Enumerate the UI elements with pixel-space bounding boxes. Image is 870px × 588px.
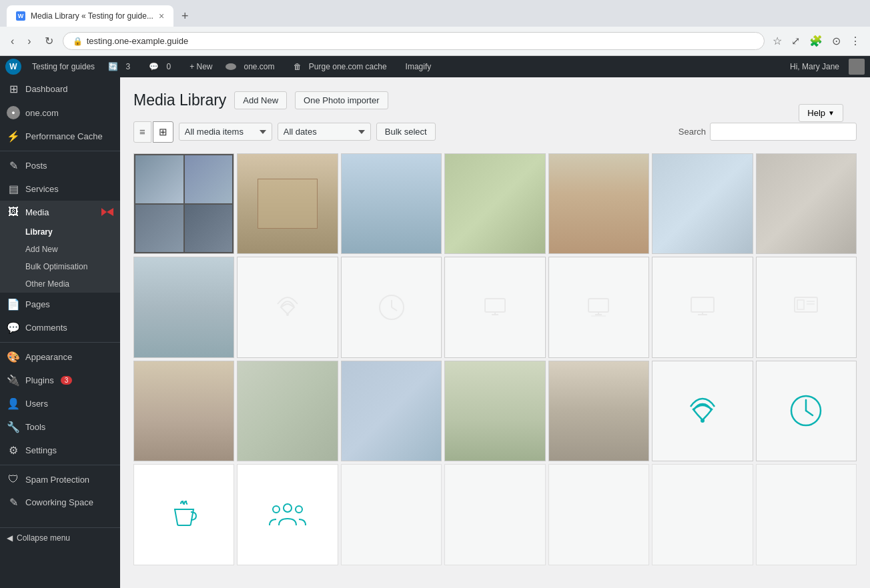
media-item-21[interactable] (133, 464, 234, 565)
media-item-15[interactable] (237, 361, 338, 461)
collage-cell-3 (135, 205, 183, 253)
svg-point-23 (273, 506, 280, 513)
wifi-placeholder-icon (271, 291, 304, 324)
page-header: Media Library Add New One Photo importer (133, 91, 857, 111)
media-item-empty-1 (341, 464, 442, 565)
media-item-3[interactable] (444, 153, 545, 254)
sidebar-item-pages[interactable]: 📄 Pages (0, 293, 120, 316)
help-dropdown-icon: ▼ (828, 109, 835, 117)
sidebar-item-plugins[interactable]: 🔌 Plugins 3 (0, 369, 120, 392)
collapse-menu-btn[interactable]: ◀ Collapse menu (0, 527, 120, 548)
admin-bar-site[interactable]: Testing for guides (27, 62, 100, 71)
media-item-collage[interactable] (133, 153, 234, 254)
nav-back-btn[interactable]: ‹ (7, 33, 18, 50)
sidebar-item-posts[interactable]: ✎ Posts (0, 154, 120, 177)
media-item-17[interactable] (444, 361, 545, 461)
sidebar-sub-other-media[interactable]: Other Media (0, 275, 120, 293)
media-item-7[interactable] (133, 257, 234, 357)
bulk-select-btn[interactable]: Bulk select (376, 123, 436, 141)
sidebar-item-comments[interactable]: 💬 Comments (0, 316, 120, 339)
collage-cell-4 (185, 205, 233, 253)
sidebar-sub-add-new[interactable]: Add New (0, 241, 120, 258)
search-input[interactable] (710, 123, 857, 141)
new-tab-btn[interactable]: + (176, 7, 194, 26)
sidebar-item-performance-cache[interactable]: ⚡ Performance Cache (0, 125, 120, 148)
sidebar-label-performance-cache: Performance Cache (25, 131, 103, 141)
filter-media-select[interactable]: All media items Images Audio Video (179, 123, 272, 141)
media-item-12[interactable] (652, 257, 753, 357)
media-item-16[interactable] (341, 361, 442, 461)
url-input[interactable]: testing.one-example.guide (87, 36, 755, 46)
admin-bar-purge[interactable]: 🗑 Purge one.com cache (288, 62, 398, 71)
media-item-8[interactable] (237, 257, 338, 357)
browser-tab[interactable]: W Media Library « Testing for guide... × (7, 5, 173, 27)
sidebar-label-plugins: Plugins (25, 375, 54, 385)
admin-bar-avatar[interactable] (849, 59, 865, 75)
sidebar-sub-library[interactable]: Library (0, 223, 120, 241)
svg-rect-11 (691, 297, 714, 312)
sidebar-item-users[interactable]: 👤 Users (0, 392, 120, 415)
media-item-1[interactable] (237, 153, 338, 254)
nav-forward-btn[interactable]: › (23, 33, 35, 50)
media-item-empty-3 (548, 464, 649, 565)
media-item-empty-4 (652, 464, 753, 565)
media-item-empty-2 (444, 464, 545, 565)
wp-logo[interactable]: W (5, 59, 21, 75)
media-item-14[interactable] (133, 361, 234, 461)
media-item-11[interactable] (548, 257, 649, 357)
address-bar[interactable]: 🔒 testing.one-example.guide (63, 32, 765, 50)
media-item-6[interactable] (756, 153, 857, 254)
media-item-13[interactable] (756, 257, 857, 357)
sidebar-sub-bulk-optimisation[interactable]: Bulk Optimisation (0, 258, 120, 275)
sidebar-item-one-com[interactable]: ● one.com (0, 101, 120, 125)
sidebar-item-services[interactable]: ▤ Services (0, 177, 120, 201)
media-item-22[interactable] (237, 464, 338, 565)
sidebar-label-coworking: Coworking Space (25, 497, 93, 507)
sidebar-item-media[interactable]: 🖼 Media (0, 201, 120, 223)
sidebar-item-settings[interactable]: ⚙ Settings (0, 439, 120, 462)
filter-date-select[interactable]: All dates January 2024 (278, 123, 371, 141)
sidebar: ⊞ Dashboard ● one.com ⚡ Performance Cach… (0, 77, 120, 588)
admin-bar-imagify[interactable]: Imagify (400, 62, 437, 71)
sidebar-divider-2 (0, 342, 120, 343)
menu-icon[interactable]: ⋮ (847, 32, 863, 50)
extensions-icon[interactable]: 🧩 (807, 32, 825, 50)
sidebar-label-settings: Settings (25, 445, 57, 455)
view-grid-btn[interactable]: ⊞ (153, 121, 173, 143)
media-item-20[interactable] (756, 361, 857, 461)
media-item-empty-5 (756, 464, 857, 565)
sidebar-label-comments: Comments (25, 323, 67, 333)
admin-bar-one-com[interactable]: one.com (220, 62, 285, 71)
sidebar-item-tools[interactable]: 🔧 Tools (0, 415, 120, 439)
sidebar-item-appearance[interactable]: 🎨 Appearance (0, 345, 120, 369)
profile-icon[interactable]: ⊙ (829, 32, 843, 50)
media-item-10[interactable] (444, 257, 545, 357)
collage-cell-2 (185, 155, 233, 203)
sidebar-label-users: Users (25, 399, 48, 409)
extend-icon[interactable]: ⤢ (789, 32, 803, 50)
admin-bar-updates[interactable]: 🔄 3 (103, 62, 141, 71)
media-item-2[interactable] (341, 153, 442, 254)
nav-refresh-btn[interactable]: ↻ (41, 32, 57, 50)
admin-bar-comments[interactable]: 💬 0 (143, 62, 181, 71)
browser-nav: ‹ › ↻ 🔒 testing.one-example.guide ☆ ⤢ 🧩 … (0, 27, 870, 56)
media-item-9[interactable] (341, 257, 442, 357)
help-button[interactable]: Help ▼ (799, 104, 843, 122)
bookmark-icon[interactable]: ☆ (770, 32, 785, 50)
admin-bar-right: Hi, Mary Jane (785, 59, 865, 75)
sidebar-item-dashboard[interactable]: ⊞ Dashboard (0, 77, 120, 101)
media-item-19[interactable] (652, 361, 753, 461)
view-list-btn[interactable]: ≡ (133, 121, 151, 143)
media-item-5[interactable] (652, 153, 753, 254)
add-new-btn[interactable]: Add New (234, 91, 287, 109)
media-item-18[interactable] (548, 361, 649, 461)
sidebar-item-spam-protection[interactable]: 🛡 Spam Protection (0, 468, 120, 491)
media-item-4[interactable] (548, 153, 649, 254)
admin-bar-new[interactable]: + New (184, 62, 218, 71)
sidebar-item-coworking[interactable]: ✎ Coworking Space (0, 491, 120, 514)
photo-importer-btn[interactable]: One Photo importer (295, 91, 388, 109)
tab-close-btn[interactable]: × (159, 11, 164, 21)
svg-rect-4 (485, 299, 505, 312)
svg-line-3 (392, 307, 397, 311)
monitor3-placeholder-icon (686, 291, 719, 324)
